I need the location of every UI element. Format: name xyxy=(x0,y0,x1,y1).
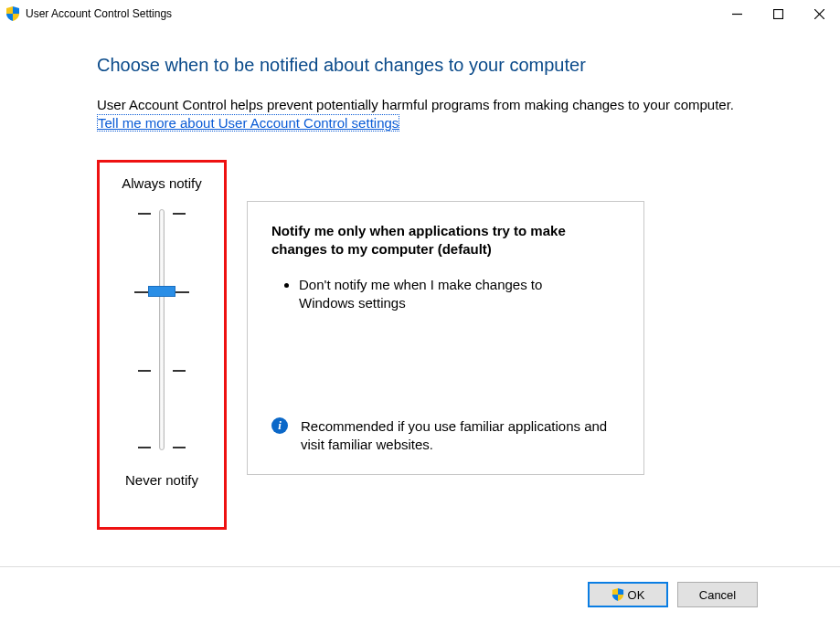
page-description: User Account Control helps prevent poten… xyxy=(97,96,785,114)
uac-shield-icon xyxy=(5,6,20,21)
minimize-button[interactable] xyxy=(717,0,758,27)
title-bar: User Account Control Settings xyxy=(0,0,840,27)
recommendation-text: Recommended if you use familiar applicat… xyxy=(301,417,620,455)
button-bar: OK Cancel xyxy=(588,582,758,607)
maximize-button[interactable] xyxy=(758,0,799,27)
uac-shield-icon xyxy=(611,588,624,601)
learn-more-link[interactable]: Tell me more about User Account Control … xyxy=(97,114,399,132)
annotation-highlight-box: Always notify Never notify xyxy=(97,160,227,530)
cancel-button[interactable]: Cancel xyxy=(677,582,758,607)
recommendation-row: i Recommended if you use familiar applic… xyxy=(271,417,620,455)
svg-rect-1 xyxy=(774,9,783,18)
slider-bottom-label: Never notify xyxy=(100,472,224,488)
close-button[interactable] xyxy=(799,0,840,27)
ok-button-label: OK xyxy=(628,588,645,602)
slider-thumb[interactable] xyxy=(148,286,175,297)
panel-bullet: Don't notify me when I make changes to W… xyxy=(299,276,620,313)
slider-top-label: Always notify xyxy=(100,175,224,191)
notification-level-slider[interactable] xyxy=(100,202,224,458)
info-icon: i xyxy=(271,417,288,434)
page-heading: Choose when to be notified about changes… xyxy=(97,55,785,76)
ok-button[interactable]: OK xyxy=(588,582,668,607)
panel-bullet-list: Don't notify me when I make changes to W… xyxy=(299,276,620,313)
button-bar-divider xyxy=(0,566,840,567)
window-title: User Account Control Settings xyxy=(26,7,172,20)
window-controls xyxy=(717,0,840,27)
notification-level-panel: Notify me only when applications try to … xyxy=(247,201,644,475)
cancel-button-label: Cancel xyxy=(699,588,736,602)
panel-title: Notify me only when applications try to … xyxy=(271,222,610,259)
